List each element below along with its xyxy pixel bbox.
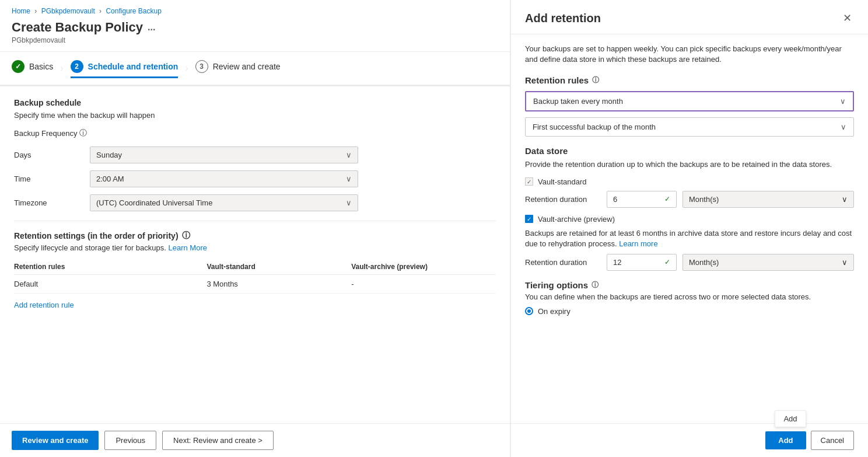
tiering-desc: You can define when the backups are tier… (525, 292, 854, 301)
wizard-step-schedule[interactable]: 2 Schedule and retention (71, 60, 178, 78)
archive-learn-more-link[interactable]: Learn more (619, 239, 657, 248)
timezone-select[interactable]: (UTC) Coordinated Universal Time ∨ (90, 194, 358, 211)
tiering-on-expiry-label: On expiry (538, 307, 570, 316)
step-circle-schedule: 2 (71, 60, 83, 73)
wizard-step-review[interactable]: 3 Review and create (195, 60, 281, 76)
vault-archive-checkbox[interactable] (525, 215, 533, 223)
panel-content: Your backups are set to happen weekly. Y… (511, 34, 868, 423)
tiering-radio-on-expiry[interactable] (525, 307, 533, 315)
left-panel-footer: Review and create Previous Next: Review … (0, 423, 510, 457)
add-tooltip-container: Add Add (765, 431, 806, 449)
archive-unit-chevron-icon: ∨ (842, 258, 848, 267)
content-area: Backup schedule Specify time when the ba… (0, 86, 510, 423)
panel-description: Your backups are set to happen weekly. Y… (525, 44, 854, 65)
field-row-time: Time 2:00 AM ∨ (14, 170, 496, 187)
retention-rules-info-icon: ⓘ (592, 75, 599, 85)
vault-standard-duration-row: Retention duration 6 ✓ Month(s) ∨ (525, 191, 854, 208)
breadcrumb-home[interactable]: Home (12, 7, 30, 15)
vault-standard-row: Vault-standard (525, 177, 854, 186)
time-chevron-icon: ∨ (346, 175, 352, 183)
retention-rules-dropdown2[interactable]: First successful backup of the month ∨ (525, 117, 854, 137)
panel-close-button[interactable]: ✕ (841, 9, 854, 27)
days-chevron-icon: ∨ (346, 151, 352, 159)
duration-check-icon: ✓ (664, 195, 670, 203)
unit-chevron-icon: ∨ (842, 195, 848, 204)
previous-button[interactable]: Previous (104, 431, 156, 450)
retention-duration-label-2: Retention duration (525, 258, 601, 267)
data-store-desc: Provide the retention duration up to whi… (525, 159, 854, 170)
frequency-info-icon: ⓘ (79, 128, 87, 138)
add-tooltip-bubble: Add (775, 410, 806, 427)
timezone-chevron-icon: ∨ (346, 198, 352, 207)
days-label: Days (14, 151, 90, 159)
page-title-text: Create Backup Policy (12, 20, 143, 35)
col-header-archive: Vault-archive (preview) (351, 259, 496, 275)
review-create-button[interactable]: Review and create (12, 431, 99, 450)
cancel-button[interactable]: Cancel (811, 431, 854, 450)
step-label-basics: Basics (29, 62, 53, 71)
days-select[interactable]: Sunday ∨ (90, 146, 358, 163)
archive-desc: Backups are retained for at least 6 mont… (525, 228, 854, 249)
dropdown1-chevron-icon: ∨ (840, 97, 846, 106)
col-header-vault: Vault-standard (206, 259, 351, 275)
row-vault-standard: 3 Months (206, 275, 351, 294)
row-vault-archive: - (351, 275, 496, 294)
vault-archive-label: Vault-archive (preview) (538, 215, 615, 224)
panel-header: Add retention ✕ (511, 0, 868, 34)
breadcrumb-vault[interactable]: PGbkpdemovault (41, 7, 95, 15)
backup-schedule-title: Backup schedule (14, 98, 496, 107)
retention-duration-label-1: Retention duration (525, 195, 601, 204)
retention-desc: Specify lifecycle and storage tier for b… (14, 243, 496, 252)
vault-standard-label: Vault-standard (538, 177, 587, 186)
field-row-timezone: Timezone (UTC) Coordinated Universal Tim… (14, 194, 496, 211)
table-row: Default 3 Months - (14, 275, 496, 294)
breadcrumb-configure[interactable]: Configure Backup (106, 7, 161, 15)
wizard-steps: ✓ Basics › 2 Schedule and retention › 3 … (0, 52, 510, 86)
step-circle-basics: ✓ (12, 60, 24, 73)
right-panel: Add retention ✕ Your backups are set to … (510, 0, 868, 457)
row-rule: Default (14, 275, 206, 294)
panel-title: Add retention (525, 12, 601, 25)
wizard-step-basics[interactable]: ✓ Basics (12, 60, 53, 76)
page-title-area: Create Backup Policy ... PGbkpdemovault (0, 18, 510, 52)
step-label-schedule: Schedule and retention (88, 62, 178, 71)
step-label-review: Review and create (213, 62, 281, 71)
tiering-info-icon: ⓘ (592, 280, 598, 290)
vault-standard-unit-select[interactable]: Month(s) ∨ (682, 191, 854, 208)
panel-footer: Add Add Cancel (511, 423, 868, 457)
page-subtitle: PGbkpdemovault (12, 36, 498, 44)
breadcrumb: Home › PGbkpdemovault › Configure Backup (0, 0, 510, 18)
vault-archive-row: Vault-archive (preview) (525, 215, 854, 224)
retention-info-icon: ⓘ (182, 231, 190, 241)
tiering-on-expiry-row: On expiry (525, 307, 854, 316)
vault-standard-checkbox[interactable] (525, 177, 533, 186)
retention-section-title: Retention settings (in the order of prio… (14, 231, 496, 241)
retention-table: Retention rules Vault-standard Vault-arc… (14, 259, 496, 294)
vault-archive-duration-row: Retention duration 12 ✓ Month(s) ∨ (525, 254, 854, 271)
left-panel: Home › PGbkpdemovault › Configure Backup… (0, 0, 510, 457)
dropdown2-chevron-icon: ∨ (841, 123, 846, 131)
col-header-rule: Retention rules (14, 259, 206, 275)
field-row-days: Days Sunday ∨ (14, 146, 496, 163)
retention-rules-title: Retention rules ⓘ (525, 75, 854, 85)
add-retention-rule-link[interactable]: Add retention rule (14, 301, 74, 309)
step-circle-review: 3 (195, 60, 208, 73)
data-store-title: Data store (525, 146, 854, 156)
page-title-ellipsis[interactable]: ... (148, 22, 155, 33)
backup-frequency-label: Backup Frequency ⓘ (14, 128, 496, 138)
timezone-label: Timezone (14, 198, 90, 207)
time-select[interactable]: 2:00 AM ∨ (90, 170, 358, 187)
learn-more-link[interactable]: Learn More (168, 243, 206, 252)
retention-rules-dropdown1[interactable]: Backup taken every month ∨ (525, 91, 854, 111)
backup-schedule-desc: Specify time when the backup will happen (14, 111, 496, 120)
archive-duration-check-icon: ✓ (664, 258, 670, 266)
add-button[interactable]: Add (765, 431, 806, 449)
next-button[interactable]: Next: Review and create > (162, 431, 274, 450)
vault-standard-duration-input[interactable]: 6 ✓ (607, 191, 677, 208)
vault-archive-unit-select[interactable]: Month(s) ∨ (682, 254, 854, 271)
divider (14, 221, 496, 221)
time-label: Time (14, 175, 90, 183)
vault-archive-duration-input[interactable]: 12 ✓ (607, 254, 677, 271)
tiering-title: Tiering options ⓘ (525, 280, 854, 290)
